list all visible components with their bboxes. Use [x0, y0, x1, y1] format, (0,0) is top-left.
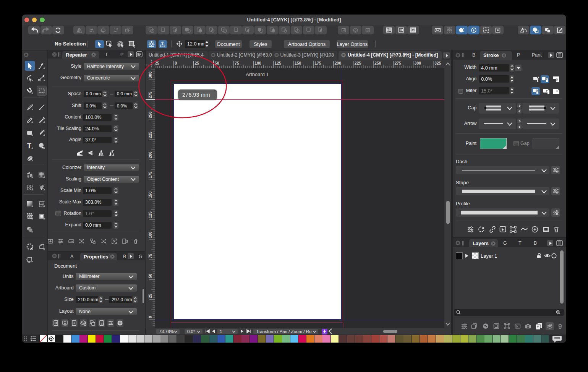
- svg-text:150: 150: [148, 192, 152, 198]
- svg-text:125: 125: [148, 211, 152, 218]
- svg-text:100: 100: [254, 61, 261, 65]
- svg-text:75: 75: [148, 253, 152, 258]
- svg-text:200: 200: [335, 61, 342, 65]
- svg-text:150: 150: [295, 61, 301, 65]
- svg-text:@: @: [366, 29, 369, 31]
- svg-text:325: 325: [434, 61, 441, 65]
- svg-text:0: 0: [148, 316, 152, 318]
- svg-text:100: 100: [148, 231, 152, 238]
- svg-text:275: 275: [394, 61, 401, 65]
- svg-text:200: 200: [148, 151, 152, 158]
- svg-text:250: 250: [374, 61, 381, 65]
- svg-text:50: 50: [148, 274, 152, 278]
- svg-text:225: 225: [148, 132, 152, 138]
- svg-text:T: T: [27, 142, 31, 149]
- svg-text:300: 300: [415, 61, 421, 65]
- svg-text:@: @: [354, 29, 357, 31]
- svg-text:fx: fx: [516, 325, 519, 328]
- svg-text:125: 125: [275, 61, 282, 65]
- svg-text:225: 225: [355, 61, 361, 65]
- svg-text:75: 75: [235, 61, 239, 65]
- svg-text:25: 25: [148, 294, 152, 298]
- svg-text:175: 175: [314, 61, 321, 65]
- svg-text:175: 175: [148, 172, 152, 179]
